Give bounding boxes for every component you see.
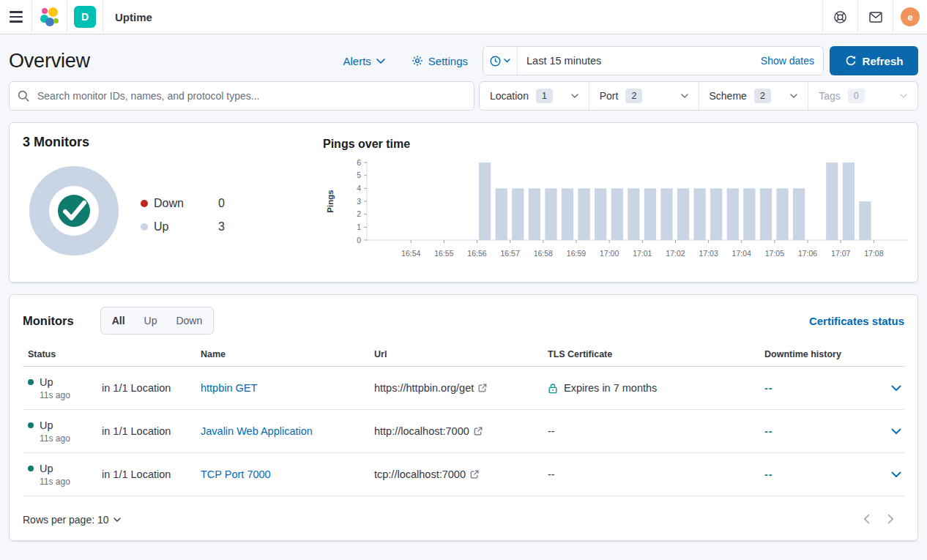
page-title: Overview — [9, 50, 90, 72]
rows-per-page-button[interactable]: Rows per page: 10 — [23, 514, 121, 526]
svg-text:16:58: 16:58 — [534, 249, 553, 258]
status-donut-chart — [29, 165, 119, 256]
quick-time-menu-button[interactable] — [483, 47, 518, 75]
tls-text: Expires in 7 months — [564, 382, 657, 394]
downtime-history-cell: -- — [759, 425, 862, 437]
svg-text:17:06: 17:06 — [798, 249, 817, 258]
monitor-url-link[interactable]: tcp://localhost:7000 — [369, 468, 543, 480]
chevron-down-icon — [891, 471, 901, 478]
expand-row-button[interactable] — [862, 385, 904, 392]
status-tab-down[interactable]: Down — [166, 307, 212, 334]
monitor-row: Up11s agoin 1/1 LocationJavalin Web Appl… — [23, 410, 904, 453]
down-dot-icon — [141, 200, 148, 207]
status-tab-all[interactable]: All — [103, 307, 135, 334]
expand-row-button[interactable] — [862, 428, 904, 435]
filter-scheme[interactable]: Scheme2 — [699, 82, 808, 110]
help-icon — [833, 10, 847, 24]
external-link-icon — [470, 470, 479, 479]
next-page-button[interactable] — [887, 514, 894, 526]
settings-button[interactable]: Settings — [412, 55, 468, 67]
monitor-status-cell: Up11s ago — [23, 419, 97, 444]
show-dates-button[interactable]: Show dates — [761, 55, 823, 67]
monitor-tls-cell: Expires in 7 months — [543, 382, 759, 394]
svg-text:17:03: 17:03 — [699, 249, 718, 258]
filter-tags[interactable]: Tags0 — [808, 82, 917, 110]
monitor-url-link[interactable]: http://localhost:7000 — [369, 425, 543, 437]
help-button[interactable] — [823, 0, 857, 34]
chevron-down-icon — [376, 59, 385, 64]
chevron-right-icon — [887, 514, 894, 524]
pings-over-time-chart: 012345616:5416:5516:5616:5716:5816:5917:… — [323, 158, 917, 269]
expand-row-button[interactable] — [862, 471, 904, 478]
chevron-down-icon — [681, 94, 688, 98]
alerts-dropdown-button[interactable]: Alerts — [343, 55, 384, 67]
filter-label: Scheme — [710, 90, 747, 102]
svg-text:17:01: 17:01 — [633, 249, 652, 258]
filter-label: Port — [600, 90, 619, 102]
monitor-row: Up11s agoin 1/1 Locationhttpbin GEThttps… — [23, 367, 904, 410]
divider — [103, 0, 103, 34]
pagination — [863, 514, 904, 526]
up-status-dot-icon — [28, 422, 34, 428]
filter-port[interactable]: Port2 — [589, 82, 699, 110]
up-status-dot-icon — [28, 466, 34, 471]
svg-text:0: 0 — [357, 236, 361, 244]
monitor-url-link[interactable]: https://httpbin.org/get — [369, 382, 543, 394]
legend-item: Up3 — [141, 215, 225, 239]
svg-text:17:05: 17:05 — [765, 249, 784, 258]
chevron-down-icon — [900, 94, 907, 98]
legend-value: 0 — [218, 197, 225, 210]
space-badge[interactable]: D — [74, 6, 96, 28]
snapshot-panel: 3 Monitors Down0Up3 Pings over time 0123… — [9, 122, 918, 283]
status-text: Up — [40, 376, 53, 388]
filter-count-badge: 2 — [754, 89, 771, 103]
monitor-tls-cell: -- — [543, 425, 759, 437]
column-header-status: Status — [23, 349, 97, 359]
column-header-url: Url — [369, 349, 543, 359]
monitor-name-link[interactable]: Javalin Web Application — [196, 425, 369, 437]
status-text: Up — [40, 463, 53, 474]
mail-icon — [869, 12, 882, 23]
elastic-logo[interactable] — [32, 0, 67, 34]
svg-text:17:02: 17:02 — [666, 249, 685, 258]
app-title: Uptime — [115, 11, 152, 23]
legend-item: Down0 — [141, 192, 225, 215]
tls-text: -- — [548, 468, 555, 480]
status-legend: Down0Up3 — [141, 192, 225, 239]
filter-count-badge: 1 — [536, 89, 553, 103]
status-timestamp: 11s ago — [40, 433, 70, 444]
menu-icon[interactable] — [0, 0, 31, 34]
filter-label: Location — [490, 90, 529, 102]
column-header-downtime: Downtime history — [759, 349, 862, 359]
svg-text:16:54: 16:54 — [401, 249, 420, 258]
filter-location[interactable]: Location1 — [480, 82, 589, 110]
filter-group: Location1Port2Scheme2Tags0 — [479, 81, 918, 111]
downtime-history-cell: -- — [759, 468, 862, 480]
gear-icon — [412, 55, 423, 67]
user-avatar[interactable]: e — [901, 7, 920, 26]
status-tab-up[interactable]: Up — [135, 307, 167, 334]
search-input[interactable] — [9, 81, 474, 111]
filter-count-badge: 2 — [625, 89, 642, 103]
refresh-button[interactable]: Refresh — [830, 46, 918, 75]
svg-text:17:04: 17:04 — [732, 249, 751, 258]
external-link-icon — [474, 427, 483, 436]
time-range-value[interactable]: Last 15 minutes — [518, 55, 610, 67]
certificates-status-link[interactable]: Certificates status — [809, 315, 904, 327]
svg-text:6: 6 — [357, 158, 361, 167]
table-header-row: Status Name Url TLS Certificate Downtime… — [23, 349, 904, 367]
monitor-name-link[interactable]: TCP Port 7000 — [196, 468, 369, 480]
monitor-name-link[interactable]: httpbin GET — [196, 382, 369, 394]
search-icon — [18, 90, 29, 102]
time-range-picker: Last 15 minutes Show dates — [483, 46, 824, 75]
monitors-panel: Monitors AllUpDown Certificates status S… — [9, 294, 918, 541]
svg-text:16:57: 16:57 — [501, 249, 520, 258]
previous-page-button[interactable] — [863, 514, 870, 526]
url-text: tcp://localhost:7000 — [374, 468, 466, 480]
url-text: http://localhost:7000 — [374, 425, 469, 437]
chevron-down-icon — [504, 59, 510, 63]
chevron-down-icon — [790, 94, 797, 98]
newsfeed-button[interactable] — [858, 0, 893, 34]
legend-label: Up — [154, 220, 218, 234]
svg-text:5: 5 — [357, 171, 361, 179]
